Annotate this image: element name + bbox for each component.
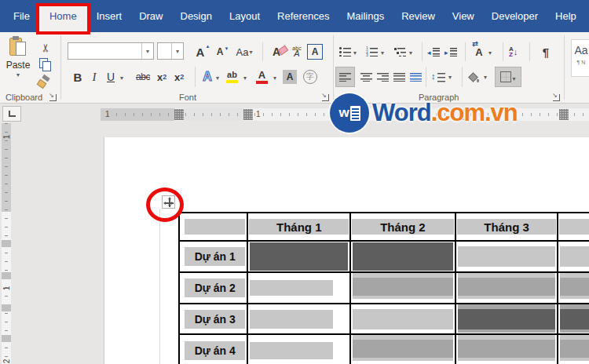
text-highlight-button[interactable]: ab bbox=[226, 67, 238, 87]
font-size-combobox[interactable]: ▾ bbox=[157, 42, 184, 60]
table-cell[interactable] bbox=[248, 273, 351, 303]
table-cell[interactable] bbox=[558, 213, 589, 240]
ribbon-tab-help[interactable]: Help bbox=[547, 0, 585, 32]
clipboard-dialog-launcher[interactable] bbox=[49, 94, 57, 101]
line-spacing-button[interactable] bbox=[431, 67, 445, 87]
bullets-button[interactable] bbox=[339, 42, 351, 61]
table-column-marker[interactable] bbox=[174, 109, 184, 120]
table-cell[interactable]: Dự án 2 bbox=[180, 273, 248, 303]
asian-layout-button[interactable]: A bbox=[471, 42, 487, 61]
justify-button[interactable] bbox=[391, 67, 407, 87]
text-effects-button[interactable]: A bbox=[200, 67, 214, 87]
subscript-button[interactable]: x2 bbox=[157, 67, 166, 87]
ribbon-tab-insert[interactable]: Insert bbox=[88, 0, 131, 32]
ribbon-tab-view[interactable]: View bbox=[444, 0, 483, 32]
change-case-button[interactable]: Aa bbox=[232, 42, 256, 61]
table-cell[interactable] bbox=[351, 304, 456, 333]
cut-button[interactable]: ✂ bbox=[38, 40, 53, 56]
ribbon-tab-file[interactable]: File bbox=[5, 0, 38, 32]
chevron-down-icon[interactable]: ▾ bbox=[353, 49, 357, 56]
shading-button[interactable] bbox=[468, 67, 479, 87]
font-color-button[interactable]: A bbox=[256, 67, 268, 87]
strikethrough-button[interactable]: abc bbox=[134, 67, 152, 87]
table-row-marker[interactable] bbox=[2, 304, 11, 311]
table-cell[interactable] bbox=[558, 335, 589, 364]
show-hide-marks-button[interactable]: ¶ bbox=[539, 42, 553, 61]
table-cell[interactable] bbox=[248, 335, 351, 364]
table-row-marker[interactable] bbox=[2, 272, 11, 279]
shrink-font-button[interactable]: A bbox=[212, 42, 228, 61]
copy-button[interactable] bbox=[39, 58, 49, 70]
chevron-down-icon[interactable]: ▾ bbox=[484, 74, 487, 81]
superscript-button[interactable]: x2 bbox=[174, 67, 184, 87]
gantt-table[interactable]: Tháng 1Tháng 2Tháng 3Dự án 1Dự án 2Dự án… bbox=[178, 212, 589, 364]
table-cell[interactable]: Tháng 1 bbox=[248, 213, 351, 240]
decrease-indent-button[interactable] bbox=[427, 42, 440, 61]
chevron-down-icon[interactable]: ▾ bbox=[448, 74, 452, 81]
ribbon-tab-layout[interactable]: Layout bbox=[221, 0, 269, 32]
table-cell[interactable]: Dự án 4 bbox=[180, 335, 248, 364]
font-name-combobox[interactable]: ▾ bbox=[68, 42, 154, 60]
multilevel-list-button[interactable] bbox=[394, 42, 406, 61]
table-column-marker[interactable] bbox=[559, 109, 569, 120]
clear-formatting-button[interactable]: A bbox=[267, 42, 286, 61]
table-cell[interactable] bbox=[248, 242, 351, 271]
sort-button[interactable]: AZ↓ bbox=[509, 42, 518, 61]
chevron-down-icon[interactable]: ▾ bbox=[381, 49, 384, 56]
ribbon-tab-developer[interactable]: Developer bbox=[483, 0, 547, 32]
ribbon-tab-home[interactable]: Home bbox=[38, 0, 88, 32]
table-cell[interactable] bbox=[558, 273, 589, 303]
chevron-down-icon[interactable]: ▾ bbox=[409, 49, 412, 56]
chevron-down-icon[interactable]: ▾ bbox=[216, 75, 219, 82]
character-shading-button[interactable]: A bbox=[283, 67, 297, 87]
table-cell[interactable] bbox=[456, 335, 559, 364]
style-gallery-item-normal[interactable]: Aa ¶ N bbox=[571, 39, 589, 77]
enclose-characters-button[interactable]: 字 bbox=[303, 67, 317, 87]
format-painter-button[interactable] bbox=[38, 76, 49, 87]
increase-indent-button[interactable] bbox=[444, 42, 457, 61]
chevron-down-icon[interactable]: ▾ bbox=[171, 43, 183, 59]
vertical-ruler[interactable]: 1 1 2 bbox=[2, 123, 11, 364]
ribbon-tab-references[interactable]: References bbox=[269, 0, 338, 32]
table-cell[interactable] bbox=[558, 304, 589, 333]
numbering-button[interactable] bbox=[366, 42, 378, 61]
table-cell[interactable]: Dự án 1 bbox=[180, 242, 248, 271]
font-dialog-launcher[interactable] bbox=[322, 94, 329, 101]
table-cell[interactable] bbox=[456, 273, 559, 303]
character-border-button[interactable]: A bbox=[307, 42, 323, 61]
chevron-down-icon[interactable]: ▾ bbox=[243, 75, 247, 82]
borders-button[interactable] bbox=[495, 67, 521, 87]
document-page[interactable]: Tháng 1Tháng 2Tháng 3Dự án 1Dự án 2Dự án… bbox=[104, 137, 589, 364]
table-cell[interactable] bbox=[351, 335, 456, 364]
table-cell[interactable] bbox=[180, 213, 248, 240]
ribbon-tab-draw[interactable]: Draw bbox=[130, 0, 171, 32]
table-cell[interactable] bbox=[456, 242, 559, 271]
grow-font-button[interactable]: A bbox=[192, 42, 209, 61]
table-cell[interactable] bbox=[456, 304, 559, 333]
chevron-down-icon[interactable]: ▾ bbox=[273, 75, 276, 82]
paste-button[interactable]: Paste ▾ bbox=[3, 36, 33, 88]
ribbon-tab-design[interactable]: Design bbox=[172, 0, 221, 32]
chevron-down-icon[interactable]: ▾ bbox=[120, 75, 123, 82]
paragraph-dialog-launcher[interactable] bbox=[553, 94, 560, 101]
align-right-button[interactable] bbox=[375, 67, 390, 87]
phonetic-guide-button[interactable]: abcA bbox=[289, 42, 305, 61]
distribute-button[interactable] bbox=[408, 67, 423, 87]
ribbon-tab-mailings[interactable]: Mailings bbox=[338, 0, 393, 32]
italic-button[interactable]: I bbox=[90, 67, 99, 87]
table-column-marker[interactable] bbox=[243, 109, 253, 120]
align-left-button[interactable] bbox=[335, 67, 355, 87]
table-cell[interactable]: Dự án 3 bbox=[180, 304, 248, 333]
table-cell[interactable]: Tháng 3 bbox=[456, 213, 559, 240]
chevron-down-icon[interactable]: ▾ bbox=[141, 43, 153, 59]
table-cell[interactable] bbox=[351, 242, 456, 271]
table-cell[interactable] bbox=[351, 273, 456, 303]
table-cell[interactable] bbox=[248, 304, 351, 333]
table-row-marker[interactable] bbox=[2, 335, 11, 342]
table-cell[interactable] bbox=[558, 242, 589, 271]
table-row-marker[interactable] bbox=[2, 240, 11, 247]
bold-button[interactable]: B bbox=[71, 67, 85, 87]
tab-stop-selector[interactable] bbox=[2, 106, 21, 122]
table-cell[interactable]: Tháng 2 bbox=[351, 213, 456, 240]
ribbon-tab-review[interactable]: Review bbox=[393, 0, 444, 32]
